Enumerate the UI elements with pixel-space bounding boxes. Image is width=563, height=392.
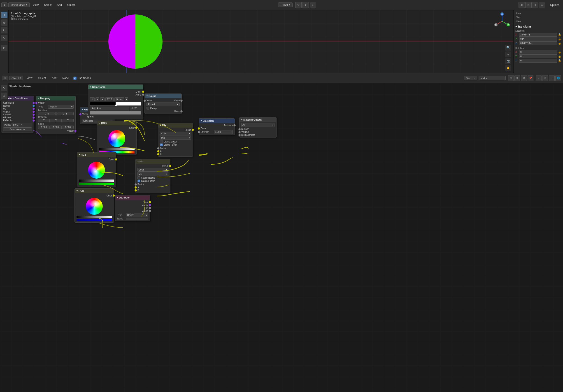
remove-stop-btn[interactable]: -: [95, 97, 99, 101]
use-nodes-checkbox[interactable]: ✓: [73, 77, 77, 80]
obj-value[interactable]: pro...: [12, 123, 20, 126]
tool-tab[interactable]: Tool: [515, 16, 561, 19]
rgb-mode-btn[interactable]: RGB: [105, 97, 114, 101]
value-out-socket2[interactable]: [180, 110, 183, 112]
gradient-collapse[interactable]: ▾: [82, 108, 83, 111]
attr-vector-socket[interactable]: [149, 204, 151, 206]
slot-dropdown[interactable]: Slot ▾: [464, 76, 477, 80]
transform-tool-btn[interactable]: ⊟: [1, 45, 7, 51]
nav-up-btn[interactable]: ↑: [536, 75, 542, 81]
colorramp-bar[interactable]: [90, 102, 141, 106]
node-attribute[interactable]: ▾ Attribute Color Vector Fac Alpha Type: [115, 195, 150, 221]
rz-value[interactable]: 0°: [519, 59, 557, 63]
node-mapping[interactable]: ▾ Mapping Vector Type Texture▾ Location …: [36, 96, 76, 134]
mix2-factor-socket[interactable]: [135, 183, 137, 186]
mix1-clamp-factor-check[interactable]: ✓: [160, 144, 163, 146]
emission-strength-value[interactable]: 1.000: [214, 130, 233, 134]
normal-socket[interactable]: [33, 105, 35, 107]
shield-btn[interactable]: 🛡: [508, 75, 514, 81]
mix2-result-socket[interactable]: [169, 165, 171, 167]
select-tool-btn[interactable]: ✛: [1, 12, 7, 18]
rgb1-header[interactable]: ▾ RGB: [97, 121, 136, 125]
transform-btn[interactable]: ⟲: [295, 2, 302, 8]
node-obj-dropdown[interactable]: Object ▾: [10, 76, 23, 80]
overlay-btn[interactable]: ⊚: [542, 75, 548, 81]
mix2-a-socket[interactable]: [135, 186, 137, 189]
node-select-tool[interactable]: ↖: [1, 85, 7, 91]
mat-output-collapse[interactable]: ▾: [241, 118, 243, 121]
mix1-mix-dropdown[interactable]: Mix▾: [160, 136, 191, 140]
item-tab[interactable]: Item: [515, 12, 561, 15]
mix2-clamp-result-check[interactable]: [138, 176, 140, 179]
mix2-header[interactable]: ▾ Mix: [136, 159, 170, 164]
mix2-mix-dropdown[interactable]: Mix▾: [138, 172, 168, 176]
uv-socket[interactable]: [33, 108, 35, 110]
rx-value[interactable]: 0°: [519, 50, 557, 54]
round-header[interactable]: ▾ Round: [145, 94, 181, 98]
rgb3-color-socket[interactable]: [113, 195, 115, 197]
attr-fac-socket[interactable]: [149, 207, 151, 209]
editor-type-btn[interactable]: ⊞: [1, 2, 7, 7]
collapse-icon[interactable]: ▾: [515, 25, 517, 28]
linear-chevron[interactable]: ▾: [125, 97, 128, 101]
attr-color-socket[interactable]: [149, 201, 151, 203]
mix1-header[interactable]: ▾ Mix: [158, 123, 193, 128]
lock-ry-icon[interactable]: 🔒: [558, 55, 561, 58]
vector-out-socket[interactable]: [74, 130, 77, 132]
view-dots-btn[interactable]: ⋯: [549, 75, 555, 81]
displacement-socket[interactable]: [238, 134, 241, 136]
node-box-select[interactable]: □: [1, 92, 7, 99]
pin-btn[interactable]: 📌: [527, 75, 533, 81]
rgb3-brightness[interactable]: [77, 216, 112, 218]
lock-icon[interactable]: 🔒: [558, 33, 561, 36]
rgb2-collapse[interactable]: ▾: [79, 154, 80, 156]
mix2-collapse[interactable]: ▾: [138, 160, 139, 163]
lock-rx-icon[interactable]: 🔒: [558, 51, 561, 53]
node-select-menu[interactable]: Select: [36, 76, 48, 81]
vector-in-socket[interactable]: [35, 102, 38, 104]
clamp-check[interactable]: [146, 107, 149, 109]
view-menu[interactable]: View: [30, 2, 41, 7]
rot-x[interactable]: 0°: [38, 119, 50, 122]
linear-mode-btn[interactable]: Linear: [115, 97, 124, 101]
object-socket[interactable]: [33, 111, 35, 113]
rgb2-color-socket[interactable]: [115, 158, 117, 160]
mix1-factor-socket[interactable]: [157, 147, 159, 149]
scale-y[interactable]: 1.000: [50, 126, 62, 129]
node-texture-coordinate[interactable]: ▾ Texture Coordinate Generated Normal UV…: [1, 96, 34, 132]
lock-rz-icon[interactable]: 🔒: [558, 59, 561, 62]
rgb3-collapse[interactable]: ▾: [77, 190, 78, 192]
select-menu[interactable]: Select: [42, 2, 54, 7]
loc-x[interactable]: 0 m: [38, 112, 56, 115]
mix2-b-socket[interactable]: [135, 189, 137, 192]
fac-in-socket[interactable]: [87, 116, 90, 118]
attr-alpha-socket[interactable]: [149, 210, 151, 212]
close-btn[interactable]: ✕: [521, 75, 527, 81]
form-instancer-btn[interactable]: Form Instancer: [3, 127, 32, 131]
node-round[interactable]: ▾ Round Value Value Round▾ Clamp Value: [144, 93, 182, 114]
y-value[interactable]: 0 m: [519, 37, 557, 41]
zoom-btn[interactable]: 🔍: [505, 45, 511, 51]
node-material-output[interactable]: ▾ Material Output All▾ Surface Volume Di…: [239, 117, 277, 138]
pan-btn[interactable]: ✋: [505, 65, 511, 71]
rgb3-color-bar[interactable]: [77, 219, 112, 221]
generated-socket[interactable]: [33, 102, 35, 104]
round-value-socket[interactable]: [144, 100, 146, 102]
rgb2-brightness[interactable]: [79, 180, 114, 182]
rotate-tool-btn[interactable]: ↻: [1, 27, 7, 33]
camera-btn[interactable]: 📷: [505, 58, 511, 64]
fly-btn[interactable]: ✈: [505, 52, 511, 57]
node-mix2[interactable]: ▾ Mix Result Color▾ Mix▾ Clamp Result ✓ …: [135, 159, 170, 193]
emission-collapse[interactable]: ▾: [201, 120, 202, 122]
mix1-result-socket[interactable]: [192, 129, 194, 131]
color-swatch[interactable]: [90, 111, 141, 115]
rgb1-color-socket[interactable]: [135, 127, 138, 129]
mix2-clamp-factor-check[interactable]: ✓: [138, 180, 140, 182]
stop-pos-value[interactable]: 0.250: [130, 106, 141, 110]
color-out-socket[interactable]: [142, 91, 144, 93]
scale-z[interactable]: 1.000: [62, 126, 74, 129]
z-value[interactable]: 0.082518 m: [519, 41, 557, 45]
emission-out-socket[interactable]: [233, 124, 236, 126]
rgb1-wheel[interactable]: [108, 130, 125, 147]
round-dropdown[interactable]: Round▾: [146, 103, 180, 106]
